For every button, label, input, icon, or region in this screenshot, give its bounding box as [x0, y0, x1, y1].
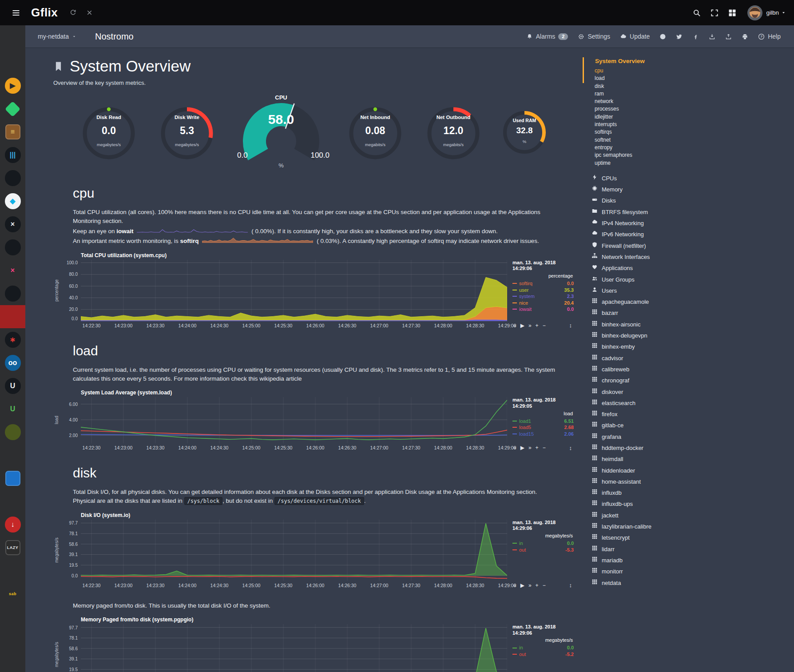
- legend-item-load15[interactable]: load152.06: [512, 431, 574, 437]
- sidebar-item-apacheguacamole[interactable]: apacheguacamole: [583, 296, 794, 307]
- sidebar-item-cpus[interactable]: CPUs: [583, 173, 794, 184]
- legend-item-in[interactable]: in0.0: [512, 644, 574, 651]
- sidebar-subitem-cpu[interactable]: cpu: [583, 67, 794, 75]
- rail-item-app-book-stack[interactable]: ≡: [0, 120, 25, 143]
- rail-item-app-pills[interactable]: [0, 444, 25, 467]
- rail-item-app-olive-circle[interactable]: [0, 421, 25, 444]
- sidebar-item-applications[interactable]: Applications: [583, 262, 794, 274]
- sidebar-subitem-ipc-semaphores[interactable]: ipc semaphores: [583, 151, 794, 159]
- zoom-out-button[interactable]: −: [543, 322, 546, 329]
- resize-handle[interactable]: ↕: [569, 582, 572, 588]
- gauge-net-inbound[interactable]: Net Inbound0.08megabits/s: [342, 101, 409, 163]
- rail-item-app-white-diamond[interactable]: ◆: [0, 190, 25, 213]
- sidebar-item-letsencrypt[interactable]: letsencrypt: [583, 532, 794, 543]
- gauge-cpu[interactable]: CPU58.00.0100.0%: [232, 94, 330, 171]
- iowait-sparkline[interactable]: [137, 227, 248, 236]
- rail-item-app-berries-red[interactable]: ∗: [0, 328, 25, 351]
- sidebar-item-elasticsearch[interactable]: elasticsearch: [583, 398, 794, 409]
- rail-item-app-u-dark[interactable]: U: [0, 374, 25, 398]
- sidebar-item-calibreweb[interactable]: calibreweb: [583, 364, 794, 375]
- rail-item-app-x-pink[interactable]: ×: [0, 259, 25, 282]
- apps-grid-icon[interactable]: [728, 8, 737, 17]
- sidebar-item-binhex-airsonic[interactable]: binhex-airsonic: [583, 319, 794, 330]
- import-button[interactable]: [709, 33, 715, 40]
- facebook-button[interactable]: [692, 33, 699, 40]
- sidebar-item-memory[interactable]: Memory: [583, 184, 794, 195]
- sidebar-item-grafana[interactable]: grafana: [583, 431, 794, 442]
- server-dropdown[interactable]: my-netdata: [38, 33, 76, 40]
- legend-item-system[interactable]: system2.3: [512, 293, 574, 300]
- rail-item-app-gear-orange[interactable]: [0, 282, 25, 305]
- rail-item-app-sab[interactable]: sab: [0, 582, 25, 605]
- username[interactable]: gilbn: [766, 9, 779, 16]
- search-icon[interactable]: [692, 8, 701, 17]
- rail-item-app-u-green[interactable]: U: [0, 398, 25, 421]
- chart-plot-area[interactable]: [81, 397, 507, 443]
- rail-item-app-oo-blue[interactable]: oo: [0, 351, 25, 374]
- rail-item-app-shield-red[interactable]: [0, 305, 25, 328]
- legend-item-softirq[interactable]: softirq0.0: [512, 280, 574, 287]
- sidebar-item-binhex-emby[interactable]: binhex-emby: [583, 341, 794, 352]
- sidebar-item-hddtemp-docker[interactable]: hddtemp-docker: [583, 442, 794, 453]
- sidebar-item-influxdb-ups[interactable]: influxdb-ups: [583, 498, 794, 509]
- sidebar-item-lazylibrarian-calibre[interactable]: lazylibrarian-calibre: [583, 521, 794, 532]
- print-button[interactable]: [742, 33, 748, 40]
- sidebar-item-heimdall[interactable]: heimdall: [583, 453, 794, 465]
- sidebar-subitem-softirqs[interactable]: softirqs: [583, 128, 794, 136]
- rail-item-settings[interactable]: [0, 51, 25, 74]
- sidebar-subitem-uptime[interactable]: uptime: [583, 159, 794, 167]
- sidebar-item-user-groups[interactable]: User Groups: [583, 274, 794, 285]
- pan-right-button[interactable]: »: [528, 322, 532, 329]
- legend-item-out[interactable]: out-5.3: [512, 547, 574, 553]
- pan-right-button[interactable]: »: [528, 582, 532, 588]
- legend-item-load1[interactable]: load16.51: [512, 418, 574, 425]
- sidebar-subitem-interrupts[interactable]: interrupts: [583, 121, 794, 128]
- alarms-button[interactable]: Alarms 2: [526, 33, 568, 40]
- gauge-disk-write[interactable]: Disk Write5.3megabytes/s: [154, 101, 220, 163]
- legend-item-user[interactable]: user35.3: [512, 287, 574, 294]
- twitter-button[interactable]: [676, 33, 683, 40]
- sidebar-item-gitlab-ce[interactable]: gitlab-ce: [583, 420, 794, 431]
- user-menu-caret-icon[interactable]: [781, 10, 786, 15]
- gauge-used-ram[interactable]: Used RAM32.8%: [498, 106, 551, 159]
- rail-item-app-gitlab[interactable]: [0, 490, 25, 513]
- play-button[interactable]: ▶: [520, 322, 524, 329]
- legend-item-in[interactable]: in0.0: [512, 540, 574, 547]
- chart-system-pgpgio[interactable]: Memory Paged from/to disk (system.pgpgio…: [52, 616, 574, 672]
- chart-system-load[interactable]: System Load Average (system.load)load2.0…: [52, 390, 574, 452]
- sidebar-item-btrfs-filesystem[interactable]: BTRFS filesystem: [583, 207, 794, 218]
- sidebar-item-firefox[interactable]: firefox: [583, 409, 794, 420]
- sidebar-item-system-overview[interactable]: System Overview: [583, 56, 794, 66]
- resize-handle[interactable]: ↕: [569, 322, 572, 329]
- settings-button[interactable]: Settings: [578, 33, 610, 40]
- legend-item-load5[interactable]: load52.68: [512, 424, 574, 431]
- menu-icon[interactable]: [12, 8, 20, 17]
- chart-plot-area[interactable]: [81, 520, 507, 581]
- sidebar-subitem-softnet[interactable]: softnet: [583, 136, 794, 144]
- chart-system-io[interactable]: Disk I/O (system.io)megabytes/s0.019.539…: [52, 512, 574, 590]
- rail-item-home[interactable]: [0, 28, 25, 51]
- sidebar-item-firewall-netfilter-[interactable]: Firewall (netfilter): [583, 240, 794, 251]
- sidebar-subitem-disk[interactable]: disk: [583, 83, 794, 90]
- rail-item-app-water-drop[interactable]: [0, 559, 25, 582]
- sidebar-item-ipv4-networking[interactable]: IPv4 Networking: [583, 218, 794, 229]
- sidebar-subitem-ram[interactable]: ram: [583, 90, 794, 98]
- sidebar-item-lidarr[interactable]: lidarr: [583, 544, 794, 555]
- sidebar-item-hiddenloader[interactable]: hiddenloader: [583, 465, 794, 476]
- sidebar-item-netdata[interactable]: netdata: [583, 577, 794, 588]
- play-button[interactable]: ▶: [520, 445, 524, 451]
- help-button[interactable]: ? Help: [758, 33, 781, 40]
- sidebar-item-diskover[interactable]: diskover: [583, 386, 794, 398]
- update-button[interactable]: Update: [620, 33, 650, 40]
- sidebar-item-chronograf[interactable]: chronograf: [583, 375, 794, 386]
- rail-item-app-green-diamond[interactable]: [0, 97, 25, 120]
- sidebar-item-users[interactable]: Users: [583, 285, 794, 296]
- sidebar-subitem-entropy[interactable]: entropy: [583, 144, 794, 151]
- rail-item-app-search-orange[interactable]: [0, 167, 25, 190]
- zoom-out-button[interactable]: −: [543, 582, 546, 588]
- sidebar-item-home-assistant[interactable]: home-assistant: [583, 476, 794, 487]
- avatar[interactable]: [747, 5, 762, 20]
- zoom-in-button[interactable]: +: [536, 582, 539, 588]
- zoom-in-button[interactable]: +: [536, 445, 539, 451]
- sidebar-item-influxdb[interactable]: influxdb: [583, 487, 794, 498]
